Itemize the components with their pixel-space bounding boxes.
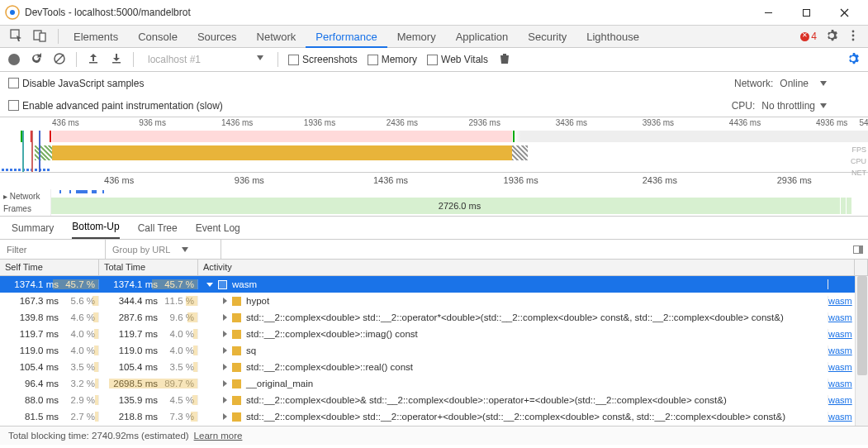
chevron-down-icon — [257, 55, 263, 60]
table-row[interactable]: 167.3 ms5.6 %344.4 ms11.5 %hypotwasm — [0, 293, 868, 309]
svg-rect-14 — [89, 62, 97, 64]
cpu-label: CPU: — [732, 100, 756, 112]
activity-text: sq — [246, 346, 256, 355]
dock-icon — [853, 245, 863, 254]
col-total-time[interactable]: Total Time — [99, 260, 198, 275]
svg-line-13 — [55, 55, 64, 63]
bottom-up-table: Self Time Total Time Activity 1374.1 ms4… — [0, 260, 868, 427]
clear-button[interactable] — [53, 52, 66, 68]
screenshots-checkbox[interactable]: Screenshots — [288, 54, 358, 65]
main-tabs: ElementsConsoleSourcesNetworkPerformance… — [0, 26, 868, 48]
long-frame[interactable]: 2726.0 ms — [51, 198, 868, 214]
upload-button[interactable] — [87, 52, 100, 68]
activity-text: std::__2::complex<double> std::__2::oper… — [246, 312, 784, 322]
chevron-down-icon — [820, 81, 827, 86]
learn-more-link[interactable]: Learn more — [194, 431, 243, 441]
table-row[interactable]: 1374.1 ms45.7 %1374.1 ms45.7 %wasm — [0, 276, 868, 293]
activity-icon — [218, 280, 227, 289]
capture-settings-panel: Disable JavaScript samples Network: Onli… — [0, 72, 868, 117]
table-row[interactable]: 119.7 ms4.0 %119.7 ms4.0 %std::__2::comp… — [0, 326, 868, 342]
table-row[interactable]: 139.8 ms4.6 %287.6 ms9.6 %std::__2::comp… — [0, 309, 868, 326]
group-by-dropdown[interactable]: Group by URL — [106, 240, 221, 259]
activity-icon — [232, 330, 241, 339]
disclosure-icon[interactable] — [223, 397, 227, 403]
table-row[interactable]: 105.4 ms3.5 %105.4 ms3.5 %std::__2::comp… — [0, 359, 868, 375]
table-row[interactable]: 119.0 ms4.0 %119.0 ms4.0 %sqwasm — [0, 342, 868, 359]
profile-selector[interactable]: localhost #1 — [144, 51, 268, 68]
disclosure-icon[interactable] — [223, 364, 227, 370]
maximize-button[interactable] — [787, 0, 825, 25]
disclosure-icon[interactable] — [223, 413, 227, 420]
reload-button[interactable] — [30, 52, 43, 68]
svg-rect-15 — [112, 62, 121, 64]
disable-js-checkbox[interactable]: Disable JavaScript samples — [8, 78, 144, 89]
close-button[interactable] — [825, 0, 863, 25]
enable-paint-checkbox[interactable]: Enable advanced paint instrumentation (s… — [8, 100, 223, 112]
filter-input[interactable] — [7, 245, 89, 255]
table-row[interactable]: 81.5 ms2.7 %218.8 ms7.3 %std::__2::compl… — [0, 408, 868, 425]
disclosure-icon[interactable] — [206, 283, 213, 287]
blocking-time-text: Total blocking time: 2740.92ms (estimate… — [8, 431, 189, 441]
disclosure-icon[interactable] — [223, 331, 227, 337]
device-icon[interactable] — [33, 29, 46, 45]
svg-rect-3 — [803, 9, 809, 16]
memory-checkbox[interactable]: Memory — [368, 54, 417, 65]
disclosure-icon[interactable] — [223, 380, 227, 387]
subtab-call-tree[interactable]: Call Tree — [138, 222, 178, 239]
network-row-label[interactable]: ▸ Network — [3, 192, 47, 201]
svg-point-1 — [10, 10, 15, 15]
svg-point-11 — [852, 38, 855, 41]
table-row[interactable]: 88.0 ms2.9 %135.9 ms4.5 %std::__2::compl… — [0, 392, 868, 408]
activity-text: wasm — [232, 279, 257, 289]
error-badge[interactable]: 4 — [800, 31, 817, 42]
chevron-down-icon — [182, 247, 188, 252]
tab-performance[interactable]: Performance — [306, 26, 387, 48]
tab-sources[interactable]: Sources — [187, 26, 247, 48]
detail-ruler: 436 ms936 ms1436 ms1936 ms2436 ms2936 ms — [0, 173, 868, 189]
filter-row: Group by URL — [0, 240, 868, 260]
tab-network[interactable]: Network — [247, 26, 306, 48]
performance-toolbar: localhost #1 Screenshots Memory Web Vita… — [0, 48, 868, 72]
trash-button[interactable] — [498, 52, 511, 68]
kebab-menu-icon[interactable] — [847, 29, 860, 45]
subtab-summary[interactable]: Summary — [12, 222, 54, 239]
svg-rect-8 — [40, 33, 45, 41]
heaviest-stack-toggle[interactable] — [848, 245, 868, 254]
minimize-button[interactable] — [749, 0, 787, 25]
network-label: Network: — [734, 78, 773, 89]
activity-text: hypot — [246, 296, 269, 306]
tab-memory[interactable]: Memory — [387, 26, 446, 48]
subtab-bottom-up[interactable]: Bottom-Up — [72, 221, 119, 239]
subtab-event-log[interactable]: Event Log — [196, 222, 240, 239]
activity-text: std::__2::complex<double>::real() const — [246, 362, 413, 372]
col-activity[interactable]: Activity — [198, 260, 855, 275]
tab-security[interactable]: Security — [518, 26, 576, 48]
network-dropdown[interactable]: Online — [780, 78, 827, 89]
table-row[interactable]: 96.4 ms3.2 %2698.5 ms89.7 %__original_ma… — [0, 375, 868, 392]
tab-lighthouse[interactable]: Lighthouse — [576, 26, 649, 48]
disclosure-icon[interactable] — [223, 298, 227, 304]
tab-elements[interactable]: Elements — [64, 26, 128, 48]
vertical-scrollbar[interactable] — [855, 276, 868, 426]
svg-point-9 — [852, 30, 855, 32]
cpu-label-side: CPU — [851, 155, 866, 167]
disclosure-icon[interactable] — [223, 347, 227, 354]
col-self-time[interactable]: Self Time — [0, 260, 99, 275]
activity-icon — [232, 363, 241, 372]
settings-gear-icon[interactable] — [825, 29, 838, 45]
capture-settings-icon[interactable] — [847, 52, 860, 68]
activity-text: std::__2::complex<double>::imag() const — [246, 329, 418, 339]
cpu-dropdown[interactable]: No throttling — [761, 100, 827, 112]
timeline-detail[interactable]: 436 ms936 ms1436 ms1936 ms2436 ms2936 ms… — [0, 173, 868, 217]
activity-text: __original_main — [246, 379, 313, 388]
webvitals-checkbox[interactable]: Web Vitals — [427, 54, 488, 65]
tab-console[interactable]: Console — [128, 26, 187, 48]
tab-application[interactable]: Application — [446, 26, 519, 48]
window-title: DevTools - localhost:5000/mandelbrot — [25, 7, 191, 18]
disclosure-icon[interactable] — [223, 314, 227, 321]
timeline-overview[interactable]: 436 ms936 ms1436 ms1936 ms2436 ms2936 ms… — [0, 117, 868, 173]
inspect-icon[interactable] — [10, 29, 23, 45]
error-count: 4 — [811, 31, 817, 42]
download-button[interactable] — [110, 52, 123, 68]
record-button[interactable] — [8, 54, 20, 65]
